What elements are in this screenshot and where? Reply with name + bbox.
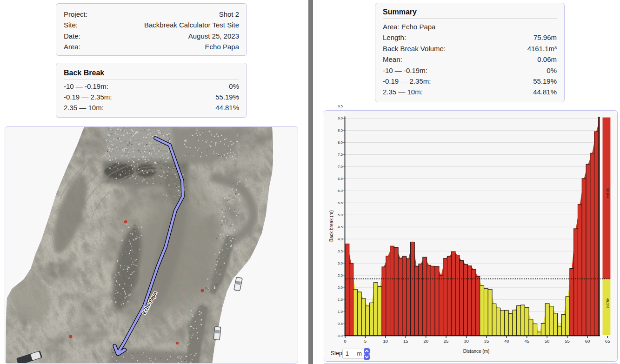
svg-text:60: 60: [585, 338, 590, 344]
svg-text:5.5: 5.5: [338, 201, 343, 205]
svg-text:1.5: 1.5: [338, 298, 343, 302]
svg-text:35: 35: [484, 338, 489, 344]
svg-text:20: 20: [423, 338, 428, 344]
svg-text:Distance (m): Distance (m): [463, 349, 490, 354]
svg-text:4.0: 4.0: [338, 237, 343, 241]
svg-text:40: 40: [504, 338, 509, 344]
svg-text:7.5: 7.5: [338, 152, 343, 157]
svg-text:8.5: 8.5: [338, 128, 343, 132]
svg-text:46.1%: 46.1%: [606, 298, 610, 309]
svg-text:6.0: 6.0: [338, 189, 343, 193]
svg-text:53.9%: 53.9%: [606, 188, 610, 199]
svg-text:9.5: 9.5: [338, 104, 343, 108]
svg-text:4.5: 4.5: [338, 225, 343, 229]
svg-text:5: 5: [364, 338, 367, 344]
svg-text:2.5: 2.5: [338, 273, 343, 278]
svg-text:0.5: 0.5: [338, 322, 343, 326]
svg-text:3.5: 3.5: [338, 249, 343, 253]
svg-text:1.0: 1.0: [338, 310, 343, 314]
svg-text:0.0: 0.0: [338, 334, 343, 338]
svg-text:9.0: 9.0: [338, 116, 343, 120]
svg-text:8.0: 8.0: [338, 140, 343, 145]
svg-text:7.0: 7.0: [338, 165, 343, 169]
svg-text:65: 65: [605, 338, 610, 344]
svg-text:2.0: 2.0: [338, 285, 343, 290]
svg-text:5.0: 5.0: [338, 213, 343, 217]
svg-text:10: 10: [383, 338, 388, 344]
svg-text:45: 45: [524, 338, 529, 344]
svg-text:30: 30: [464, 338, 469, 344]
svg-text:50: 50: [545, 338, 550, 344]
svg-text:55: 55: [565, 338, 570, 344]
svg-text:Back break (m): Back break (m): [329, 210, 334, 242]
svg-text:3.0: 3.0: [338, 261, 343, 265]
svg-text:6.5: 6.5: [338, 177, 343, 181]
svg-text:0: 0: [344, 338, 346, 344]
svg-text:25: 25: [444, 338, 449, 344]
svg-text:15: 15: [403, 338, 408, 344]
